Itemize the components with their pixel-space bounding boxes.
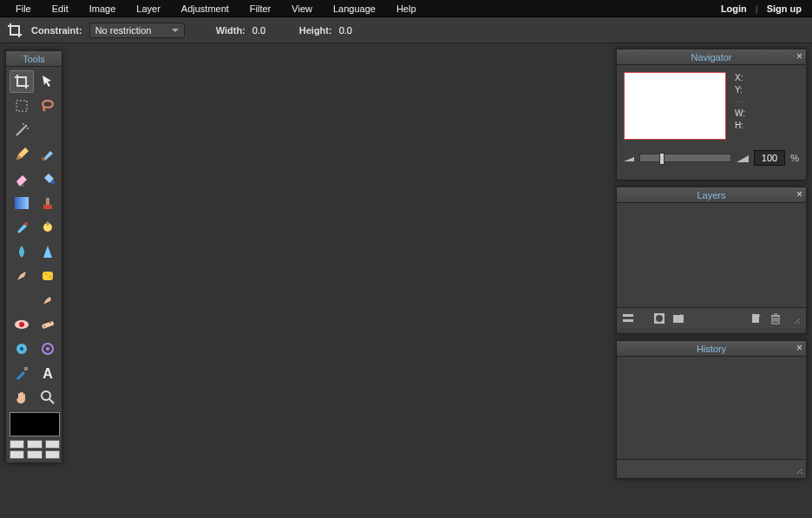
drawing-tool[interactable] [36,216,60,239]
bloat-tool[interactable] [10,338,34,360]
svg-point-3 [23,123,24,125]
history-title: History [697,344,726,354]
swatch[interactable] [45,450,60,459]
burn-tool[interactable] [36,289,60,311]
swatch[interactable] [45,440,60,449]
color-replace-tool[interactable] [10,216,34,239]
tools-title: Tools [23,54,45,64]
sharpen-tool[interactable] [36,240,60,263]
layer-styles-icon[interactable] [671,311,686,326]
menu-image[interactable]: Image [79,1,127,16]
svg-text:A: A [43,366,53,380]
tools-header[interactable]: Tools [6,51,62,67]
height-value[interactable]: 0.0 [339,25,362,36]
svg-point-17 [50,296,53,298]
menu-layer[interactable]: Layer [126,1,171,16]
wand-tool[interactable] [10,119,34,141]
svg-point-6 [51,180,55,184]
move-tool[interactable] [36,70,60,93]
gradient-tool[interactable] [10,192,34,214]
history-list[interactable] [617,357,806,459]
constraint-label: Constraint: [31,25,82,36]
redeye-tool[interactable] [10,313,34,336]
crop-tool[interactable] [10,70,34,93]
navigator-preview[interactable] [624,72,726,140]
svg-rect-31 [623,319,633,322]
width-value[interactable]: 0.0 [252,25,275,36]
history-resize-icon[interactable] [792,463,802,474]
new-layer-icon[interactable] [749,311,764,326]
clone-stamp-tool[interactable] [36,192,60,214]
options-bar: Constraint: No restriction Width: 0.0 He… [0,17,812,43]
hand-tool[interactable] [10,386,34,409]
type-tool[interactable]: A [36,362,60,384]
smudge-tool[interactable] [10,265,34,287]
svg-rect-27 [24,367,28,370]
login-link[interactable]: Login [716,1,752,16]
pinch-tool[interactable] [36,338,60,360]
close-icon[interactable]: × [796,51,802,62]
layer-settings-icon[interactable] [620,311,636,326]
swatch[interactable] [27,450,42,459]
marquee-tool[interactable] [10,95,34,117]
navigator-panel: Navigator× X: Y: W: H: 100 % [616,49,807,180]
svg-rect-30 [623,314,633,317]
menu-language[interactable]: Language [323,1,386,16]
zoom-out-icon[interactable] [624,154,634,161]
delete-layer-icon[interactable] [768,311,783,326]
lasso-tool[interactable] [36,95,60,117]
close-icon[interactable]: × [796,189,802,200]
swatch[interactable] [10,440,24,449]
svg-point-14 [45,273,47,275]
menu-help[interactable]: Help [386,1,427,16]
navigator-coords: X: Y: W: H: [735,72,745,140]
zoom-in-icon[interactable] [737,154,749,162]
spot-heal-tool[interactable] [36,313,60,336]
layers-header[interactable]: Layers× [617,187,806,203]
svg-point-15 [49,276,51,278]
pencil-tool[interactable] [10,143,34,166]
blur-tool[interactable] [10,240,34,263]
svg-rect-35 [752,314,759,323]
svg-point-24 [20,347,23,351]
layers-resize-icon[interactable] [787,311,802,326]
menu-view[interactable]: View [281,1,323,16]
foreground-color[interactable] [10,412,60,436]
brush-tool[interactable] [36,143,60,166]
menu-adjustment[interactable]: Adjustment [171,1,239,16]
zoom-pct: % [790,153,799,163]
svg-rect-7 [15,197,29,209]
menu-filter[interactable]: Filter [239,1,281,16]
coord-x: X: [735,72,745,84]
zoom-value[interactable]: 100 [754,150,785,166]
close-icon[interactable]: × [796,343,802,353]
crop-icon [5,21,24,40]
history-header[interactable]: History× [617,341,806,357]
zoom-tool[interactable] [36,386,60,409]
swatch[interactable] [27,440,42,449]
auth-separator: | [752,3,762,14]
layers-title: Layers [697,190,725,200]
swatch-row-2 [10,450,60,459]
constraint-select[interactable]: No restriction [89,23,185,38]
menu-file[interactable]: File [5,1,42,16]
coord-y: Y: [735,84,745,96]
svg-point-22 [49,322,51,324]
bucket-tool[interactable] [36,167,60,190]
menu-edit[interactable]: Edit [42,1,79,16]
sponge-tool[interactable] [36,265,60,287]
coord-h: H: [735,120,745,132]
swatch[interactable] [10,450,24,459]
colorpicker-tool[interactable] [10,362,34,384]
svg-point-19 [19,322,24,327]
width-label: Width: [216,25,246,36]
signup-link[interactable]: Sign up [762,1,807,16]
svg-point-1 [43,101,53,108]
svg-point-5 [42,157,45,161]
zoom-slider[interactable] [639,154,731,162]
navigator-header[interactable]: Navigator× [617,49,806,65]
dodge-tool[interactable] [10,289,34,311]
eraser-tool[interactable] [10,167,34,190]
layer-mask-icon[interactable] [652,311,667,326]
layers-list[interactable] [617,203,806,307]
